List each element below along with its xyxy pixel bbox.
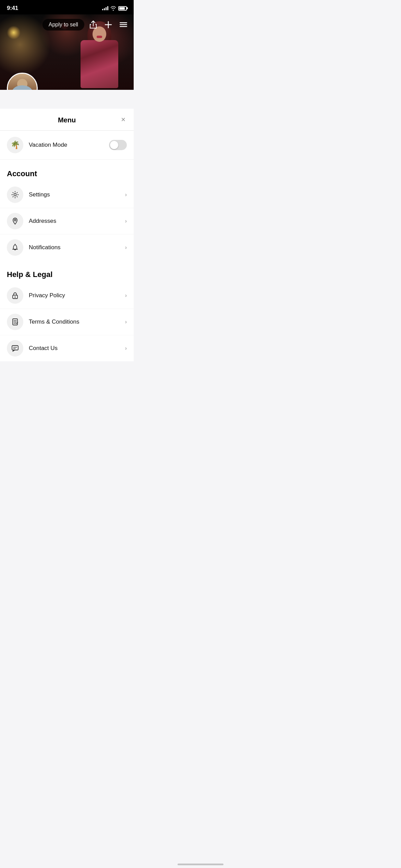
avatar-container	[7, 73, 38, 90]
wifi-icon	[110, 6, 116, 11]
status-icons	[102, 6, 127, 11]
hero-toolbar: Apply to sell	[42, 19, 130, 31]
terms-icon-circle	[7, 314, 23, 330]
menu-header: Menu ×	[0, 109, 134, 131]
addresses-icon-circle	[7, 213, 23, 229]
palm-tree-icon: 🌴	[11, 141, 20, 149]
plus-icon	[105, 21, 112, 28]
help-legal-section: Help & Legal Privacy Policy ›	[0, 261, 134, 361]
settings-label: Settings	[29, 191, 125, 198]
help-legal-heading: Help & Legal	[0, 261, 134, 282]
addresses-chevron: ›	[125, 218, 127, 224]
share-button[interactable]	[87, 19, 99, 31]
apply-to-sell-button[interactable]: Apply to sell	[42, 19, 84, 31]
addresses-label: Addresses	[29, 218, 125, 225]
avatar	[7, 73, 38, 90]
menu-title: Menu	[58, 116, 76, 124]
svg-rect-1	[120, 24, 127, 25]
lock-icon	[11, 292, 19, 299]
location-icon	[11, 217, 19, 225]
svg-rect-13	[12, 346, 18, 350]
vacation-icon: 🌴	[7, 137, 23, 153]
privacy-chevron: ›	[125, 292, 127, 299]
menu-panel: Menu × 🌴 Vacation Mode Account Settings …	[0, 109, 134, 361]
svg-rect-0	[120, 22, 127, 23]
account-section-heading: Account	[0, 160, 134, 182]
vacation-mode-toggle[interactable]	[109, 140, 127, 150]
terms-conditions-menu-item[interactable]: Terms & Conditions ›	[0, 309, 134, 335]
terms-conditions-label: Terms & Conditions	[29, 318, 125, 325]
settings-menu-item[interactable]: Settings ›	[0, 182, 134, 208]
privacy-icon-circle	[7, 287, 23, 304]
chat-icon	[11, 345, 19, 352]
gear-icon	[11, 191, 19, 198]
notifications-label: Notifications	[29, 244, 125, 251]
more-button[interactable]	[117, 19, 130, 31]
contact-us-label: Contact Us	[29, 345, 125, 352]
privacy-policy-label: Privacy Policy	[29, 292, 125, 299]
hero-spacer	[0, 90, 134, 109]
contact-icon-circle	[7, 340, 23, 357]
privacy-policy-menu-item[interactable]: Privacy Policy ›	[0, 282, 134, 309]
svg-rect-2	[120, 26, 127, 27]
settings-icon-circle	[7, 186, 23, 203]
addresses-menu-item[interactable]: Addresses ›	[0, 208, 134, 234]
add-button[interactable]	[102, 19, 114, 31]
terms-chevron: ›	[125, 319, 127, 325]
settings-chevron: ›	[125, 192, 127, 198]
vacation-mode-row: 🌴 Vacation Mode	[0, 131, 134, 160]
notifications-menu-item[interactable]: Notifications ›	[0, 234, 134, 261]
status-time: 9:41	[7, 5, 18, 12]
share-icon	[89, 21, 97, 29]
account-section: Account Settings › Addresses ›	[0, 160, 134, 261]
hero-section: Apply to sell	[0, 14, 134, 90]
vacation-mode-label: Vacation Mode	[29, 142, 109, 148]
bell-icon	[11, 244, 19, 251]
document-icon	[11, 318, 19, 326]
signal-icon	[102, 6, 108, 10]
battery-icon	[118, 6, 127, 11]
menu-close-button[interactable]: ×	[120, 114, 127, 125]
svg-point-4	[14, 219, 16, 221]
contact-chevron: ›	[125, 345, 127, 351]
notifications-icon-circle	[7, 239, 23, 256]
status-bar: 9:41	[0, 0, 134, 14]
notifications-chevron: ›	[125, 244, 127, 251]
svg-point-3	[14, 194, 16, 196]
contact-us-menu-item[interactable]: Contact Us ›	[0, 335, 134, 361]
minus-icon	[120, 22, 127, 27]
